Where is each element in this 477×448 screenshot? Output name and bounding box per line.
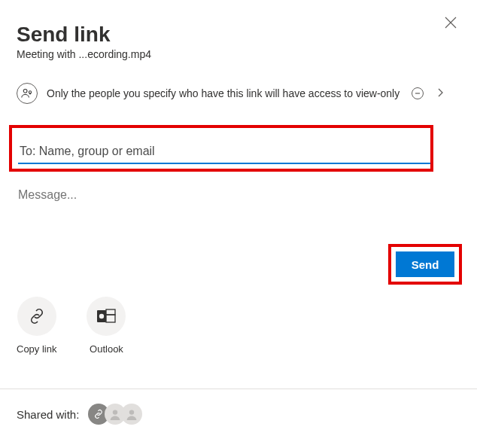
send-link-dialog: Send link Meeting with ...ecording.mp4 O… <box>0 0 477 206</box>
permission-text: Only the people you specify who have thi… <box>47 87 400 99</box>
svg-point-0 <box>23 89 27 93</box>
svg-rect-4 <box>106 309 115 315</box>
message-input[interactable] <box>17 184 429 206</box>
svg-rect-5 <box>106 315 115 322</box>
to-field-container <box>17 136 460 167</box>
svg-point-1 <box>29 91 31 93</box>
copy-link-button[interactable]: Copy link <box>17 297 56 355</box>
outlook-button[interactable]: Outlook <box>87 297 126 355</box>
svg-point-6 <box>99 314 104 318</box>
send-button[interactable]: Send <box>396 251 454 277</box>
outlook-icon <box>87 297 126 336</box>
svg-point-7 <box>113 410 117 414</box>
shared-with-row: Shared with: <box>17 404 142 425</box>
file-name: Meeting with ...ecording.mp4 <box>17 48 460 60</box>
dialog-title: Send link <box>17 23 460 47</box>
people-icon <box>17 83 38 104</box>
view-only-icon <box>412 87 424 99</box>
divider <box>0 389 477 389</box>
chevron-right-icon <box>437 87 443 99</box>
permission-selector[interactable]: Only the people you specify who have thi… <box>17 81 460 105</box>
to-input[interactable] <box>18 140 430 164</box>
avatar[interactable] <box>121 404 142 425</box>
link-icon <box>17 297 56 336</box>
secondary-actions: Copy link Outlook <box>17 297 126 355</box>
copy-link-label: Copy link <box>17 343 56 355</box>
svg-point-8 <box>129 410 134 414</box>
close-icon <box>445 17 457 29</box>
shared-with-label: Shared with: <box>17 408 79 421</box>
outlook-label: Outlook <box>90 343 123 355</box>
close-button[interactable] <box>444 17 457 30</box>
